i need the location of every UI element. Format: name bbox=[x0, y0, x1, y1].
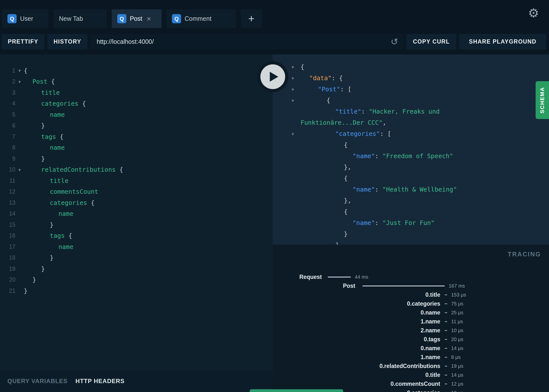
tab-post[interactable]: Q Post × bbox=[112, 9, 162, 28]
response-line: "name": "Just For Fun" bbox=[273, 217, 549, 228]
tracing-row: 0.name14 μs bbox=[273, 344, 549, 353]
schema-tab[interactable]: SCHEMA bbox=[536, 81, 549, 119]
tab-user[interactable]: Q User bbox=[2, 9, 49, 28]
code-line: 3title bbox=[0, 87, 273, 98]
plus-icon: + bbox=[248, 14, 254, 24]
timing-dash bbox=[445, 366, 447, 367]
tab-bar: Q User New Tab Q Post × Q Comment + bbox=[2, 9, 262, 28]
new-tab-button[interactable]: + bbox=[241, 9, 262, 28]
code-line: 5name bbox=[0, 109, 273, 120]
line-number: 18 bbox=[0, 254, 15, 261]
code-line: 8name bbox=[0, 142, 273, 153]
code-line: 11title bbox=[0, 175, 273, 186]
line-number: 9 bbox=[0, 155, 15, 162]
tracing-row: 0.categories75 μs bbox=[273, 299, 549, 308]
fold-arrow-icon[interactable]: ▾ bbox=[292, 98, 301, 103]
response-line: Funktionäre...Der CCC", bbox=[273, 117, 549, 128]
response-line: }, bbox=[273, 162, 549, 173]
tracing-row: Request44 ms bbox=[273, 272, 549, 281]
history-button[interactable]: HISTORY bbox=[47, 34, 87, 49]
endpoint-url-input[interactable]: http://localhost:4000/ ↺ bbox=[90, 34, 404, 49]
line-number: 19 bbox=[0, 266, 15, 272]
play-icon bbox=[269, 71, 279, 82]
fold-arrow-icon[interactable]: ▾ bbox=[292, 64, 301, 70]
schema-tab-label: SCHEMA bbox=[539, 87, 546, 113]
tracing-row: 0.relatedContributions19 μs bbox=[273, 362, 549, 370]
endpoint-url-value: http://localhost:4000/ bbox=[97, 38, 154, 45]
response-line: ▾{ bbox=[273, 95, 549, 106]
code-line: 7tags { bbox=[0, 131, 273, 142]
line-number: 15 bbox=[0, 221, 15, 228]
tracing-rows: Request44 ms Post167 ms 0.title153 μs 0.… bbox=[273, 272, 549, 392]
tracing-title: TRACING bbox=[508, 251, 541, 258]
fold-arrow-icon[interactable]: ▾ bbox=[15, 79, 24, 84]
timing-bar bbox=[328, 277, 351, 277]
tracing-row: 0.title153 μs bbox=[273, 290, 549, 299]
response-line: }, bbox=[273, 195, 549, 206]
code-line: 20} bbox=[0, 274, 273, 286]
response-line: ] bbox=[273, 240, 549, 245]
response-line: { bbox=[273, 173, 549, 184]
query-badge-icon: Q bbox=[7, 14, 17, 23]
tracing-row: 0.name25 μs bbox=[273, 308, 549, 317]
tracing-panel: TRACING Request44 ms Post167 ms 0.title1… bbox=[273, 245, 549, 392]
code-line: 2▾Post { bbox=[0, 76, 273, 87]
tab-label: User bbox=[20, 15, 33, 22]
share-playground-button[interactable]: SHARE PLAYGROUND bbox=[459, 34, 546, 49]
response-line: ▾{ bbox=[273, 61, 549, 73]
execute-query-button[interactable] bbox=[260, 64, 285, 89]
line-number: 6 bbox=[0, 122, 15, 129]
response-line: ▾"categories": [ bbox=[273, 128, 549, 139]
timing-dash bbox=[445, 348, 447, 349]
tab-new-tab[interactable]: New Tab bbox=[54, 9, 107, 28]
code-line: 9} bbox=[0, 153, 273, 164]
line-number: 12 bbox=[0, 188, 15, 195]
code-line: 16tags { bbox=[0, 230, 273, 242]
partial-green-bar bbox=[250, 389, 343, 392]
code-line: 6} bbox=[0, 120, 273, 131]
timing-dash bbox=[445, 375, 447, 375]
http-headers-tab[interactable]: HTTP HEADERS bbox=[76, 378, 125, 385]
response-line: ▾"Post": [ bbox=[273, 84, 549, 95]
copy-curl-button[interactable]: COPY CURL bbox=[406, 34, 456, 49]
line-number: 8 bbox=[0, 144, 15, 151]
query-variables-tab[interactable]: QUERY VARIABLES bbox=[7, 378, 68, 385]
code-line: 10▾relatedContributions { bbox=[0, 164, 273, 175]
code-line: 4categories { bbox=[0, 98, 273, 109]
line-number: 10 bbox=[0, 166, 15, 173]
settings-gear-icon[interactable]: ⚙ bbox=[528, 7, 539, 19]
code-line: 15} bbox=[0, 219, 273, 230]
tab-label: Comment bbox=[185, 15, 211, 22]
fold-arrow-icon[interactable]: ▾ bbox=[292, 131, 301, 137]
line-number: 11 bbox=[0, 177, 15, 184]
fold-arrow-icon[interactable]: ▾ bbox=[15, 68, 24, 73]
reload-schema-icon[interactable]: ↺ bbox=[391, 37, 398, 46]
fold-arrow-icon[interactable]: ▾ bbox=[292, 75, 301, 81]
tracing-row: 0.tags20 μs bbox=[273, 335, 549, 344]
fold-arrow-icon[interactable]: ▾ bbox=[15, 167, 24, 172]
line-number: 14 bbox=[0, 210, 15, 217]
timing-dash bbox=[445, 303, 447, 304]
line-number: 21 bbox=[0, 288, 15, 294]
code-line: 21} bbox=[0, 285, 273, 296]
tab-label: Post bbox=[130, 15, 142, 22]
line-number: 16 bbox=[0, 232, 15, 239]
timing-dash bbox=[445, 384, 447, 384]
response-line: "title": "Hacker, Freaks und bbox=[273, 106, 549, 117]
line-number: 4 bbox=[0, 100, 15, 107]
tab-comment[interactable]: Q Comment bbox=[166, 9, 236, 28]
toolbar: PRETTIFY HISTORY http://localhost:4000/ … bbox=[1, 34, 546, 49]
close-tab-icon[interactable]: × bbox=[147, 15, 151, 23]
fold-arrow-icon[interactable]: ▾ bbox=[292, 87, 301, 92]
prettify-button[interactable]: PRETTIFY bbox=[1, 34, 45, 49]
code-line: 17name bbox=[0, 241, 273, 252]
query-editor[interactable]: 1▾{ 2▾Post { 3title 4categories { 5name … bbox=[0, 54, 273, 370]
line-number: 13 bbox=[0, 199, 15, 206]
line-number: 7 bbox=[0, 133, 15, 140]
response-line: ▾"data": { bbox=[273, 73, 549, 84]
editor-footer: QUERY VARIABLES HTTP HEADERS bbox=[0, 370, 273, 392]
tracing-row: 1.name11 μs bbox=[273, 317, 549, 326]
line-number: 3 bbox=[0, 89, 15, 96]
code-line: 1▾{ bbox=[0, 65, 273, 76]
timing-dash bbox=[445, 321, 447, 322]
